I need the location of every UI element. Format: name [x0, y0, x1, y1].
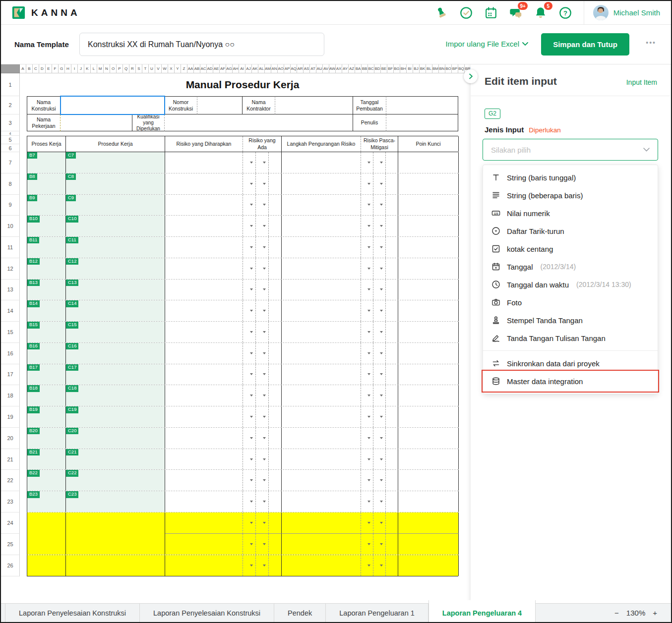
sheet-cell[interactable] — [243, 406, 256, 427]
column-letter[interactable]: BL — [426, 64, 432, 73]
sheet-cell[interactable] — [269, 555, 282, 576]
cell-dropdown-arrow[interactable] — [367, 246, 370, 248]
sheet-cell[interactable] — [398, 512, 459, 534]
cell-dropdown-arrow[interactable] — [380, 268, 383, 270]
sheet-cell[interactable] — [165, 534, 243, 555]
menu-item-foto[interactable]: Foto — [483, 293, 658, 311]
selected-cell-outline[interactable] — [60, 96, 165, 115]
sheet-cell[interactable] — [27, 555, 66, 576]
sheet-cell[interactable] — [373, 470, 386, 491]
sheet-cell[interactable] — [398, 534, 459, 555]
sheet-cell[interactable] — [243, 555, 256, 576]
sheet-cell[interactable] — [386, 280, 398, 300]
sheet-cell[interactable] — [361, 534, 373, 555]
form-value-kualifikasi[interactable] — [165, 114, 353, 131]
sheet-cell[interactable] — [361, 406, 373, 427]
cell-dropdown-arrow[interactable] — [250, 522, 253, 524]
sheet-cell[interactable] — [373, 491, 386, 512]
column-letter[interactable]: AV — [323, 64, 329, 73]
sheet-cell[interactable] — [361, 152, 373, 173]
cell-dropdown-arrow[interactable] — [380, 288, 383, 290]
sheet-cell[interactable] — [243, 237, 256, 258]
column-letter[interactable]: BN — [439, 64, 445, 73]
column-letter[interactable]: AD — [207, 64, 213, 73]
sheet-cell[interactable] — [269, 216, 282, 236]
sheet-cell[interactable] — [282, 534, 361, 555]
sheet-cell[interactable] — [282, 449, 361, 470]
sheet-cell[interactable] — [165, 343, 243, 364]
sheet-cell[interactable]: B10 — [27, 216, 66, 236]
cell-dropdown-arrow[interactable] — [367, 437, 370, 439]
sheet-cell[interactable] — [361, 512, 373, 534]
cell-dropdown-arrow[interactable] — [380, 331, 383, 333]
help-icon[interactable]: ? — [558, 5, 573, 20]
cell-dropdown-arrow[interactable] — [380, 395, 383, 396]
sheet-cell[interactable] — [398, 364, 459, 385]
sheet-cell[interactable]: B15 — [27, 322, 66, 342]
column-letter[interactable]: AN — [271, 64, 278, 73]
column-letter[interactable]: AK — [252, 64, 258, 73]
cell-dropdown-arrow[interactable] — [367, 268, 370, 270]
sheet-cell[interactable] — [165, 491, 243, 512]
sheet-cell[interactable]: C16 — [66, 343, 165, 364]
row-number[interactable]: 3 — [1, 114, 20, 131]
sheet-cell[interactable]: C14 — [66, 300, 165, 321]
cell-dropdown-arrow[interactable] — [367, 288, 370, 290]
sheet-cell[interactable]: C13 — [66, 280, 165, 300]
cell-dropdown-arrow[interactable] — [250, 183, 253, 185]
sheet-cell[interactable] — [361, 216, 373, 236]
cell-dropdown-arrow[interactable] — [367, 162, 370, 164]
row-number[interactable]: 11 — [1, 237, 20, 258]
sheet-cell[interactable] — [361, 237, 373, 258]
cell-dropdown-arrow[interactable] — [250, 437, 253, 439]
sheet-cell[interactable] — [361, 300, 373, 321]
cell-dropdown-arrow[interactable] — [380, 162, 383, 164]
sheet-cell[interactable] — [165, 385, 243, 406]
row-number[interactable]: 7 — [1, 152, 20, 173]
cell-dropdown-arrow[interactable] — [367, 565, 370, 566]
sheet-cell[interactable]: C8 — [66, 173, 165, 194]
row-number[interactable]: 21 — [1, 449, 20, 470]
cell-dropdown-arrow[interactable] — [250, 501, 253, 503]
row-number[interactable]: 4 — [1, 131, 20, 136]
sheet-cell[interactable] — [256, 258, 269, 279]
select-all-corner[interactable] — [1, 64, 20, 73]
sheet-cell[interactable]: C11 — [66, 237, 165, 258]
cell-dropdown-arrow[interactable] — [263, 458, 266, 460]
column-letter[interactable]: BC — [368, 64, 374, 73]
form-value-tanggal-pembuatan[interactable] — [386, 96, 458, 114]
calendar-icon[interactable] — [484, 5, 498, 20]
cell-dropdown-arrow[interactable] — [263, 268, 266, 270]
column-letter[interactable]: T — [142, 64, 149, 73]
sheet-cell[interactable] — [386, 322, 398, 342]
sheet-cell[interactable] — [269, 470, 282, 491]
column-letter[interactable]: AG — [226, 64, 233, 73]
column-letter[interactable]: AS — [304, 64, 310, 73]
column-letter[interactable]: E — [46, 64, 52, 73]
column-letter[interactable]: AX — [336, 64, 342, 73]
sheet-cell[interactable] — [282, 152, 361, 173]
sheet-cell[interactable] — [243, 152, 256, 173]
column-letter[interactable]: BD — [374, 64, 381, 73]
sheet-cell[interactable] — [373, 280, 386, 300]
sheet-cell[interactable]: C15 — [66, 322, 165, 342]
sheet-cell[interactable] — [282, 322, 361, 342]
sheet-cell[interactable] — [361, 385, 373, 406]
sheet-cell[interactable] — [243, 385, 256, 406]
sheet-tab[interactable]: Laporan Penyelesaian Konstruksi — [140, 604, 274, 622]
sheet-cell[interactable] — [256, 491, 269, 512]
sheet-cell[interactable] — [66, 512, 165, 534]
sheet-cell[interactable] — [386, 385, 398, 406]
cell-dropdown-arrow[interactable] — [367, 352, 370, 354]
cell-dropdown-arrow[interactable] — [263, 183, 266, 185]
sheet-tab[interactable]: Laporan Pengeluaran 1 — [326, 604, 428, 622]
cell-dropdown-arrow[interactable] — [250, 416, 253, 418]
cell-dropdown-arrow[interactable] — [367, 458, 370, 460]
column-letter[interactable]: Q — [123, 64, 129, 73]
cell-dropdown-arrow[interactable] — [367, 373, 370, 375]
sheet-cell[interactable] — [373, 322, 386, 342]
column-letter[interactable]: AC — [200, 64, 207, 73]
sheet-cell[interactable]: B18 — [27, 385, 66, 406]
sheet-cell[interactable] — [243, 364, 256, 385]
cell-dropdown-arrow[interactable] — [263, 479, 266, 481]
